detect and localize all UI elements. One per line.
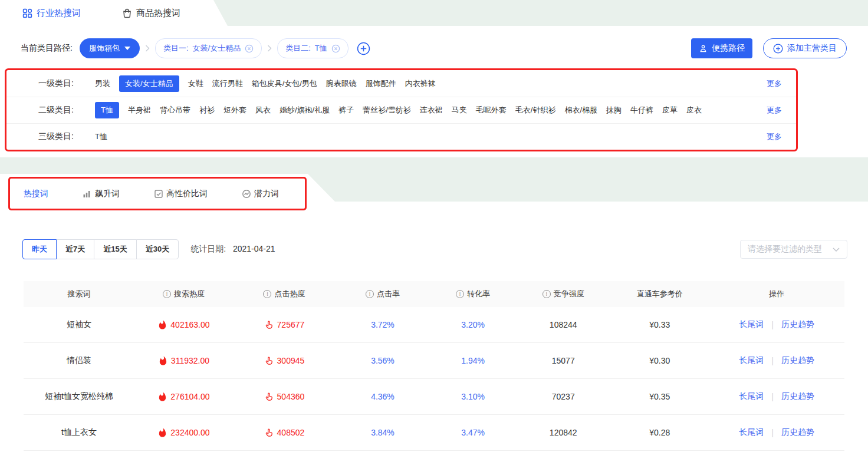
crumb-level1[interactable]: 类目一: 女装/女士精品 (155, 38, 262, 58)
tap-hand-icon (264, 428, 274, 438)
tab-rising-words[interactable]: 飙升词 (83, 189, 120, 199)
category-item[interactable]: 女鞋 (188, 78, 203, 89)
cell-click-rate: 3.72% (336, 320, 430, 329)
person-pin-icon (699, 44, 708, 53)
cell-ppc: ¥0.35 (610, 392, 709, 401)
tab-product-hot-words[interactable]: 商品热搜词 (122, 8, 180, 19)
category-item[interactable]: 毛呢外套 (476, 105, 507, 116)
cell-ppc: ¥0.28 (610, 428, 709, 437)
more-link-level3[interactable]: 更多 (767, 131, 796, 142)
date-tab-30days[interactable]: 近30天 (136, 239, 179, 259)
category-item[interactable]: 衬衫 (199, 105, 215, 116)
info-icon[interactable]: ! (366, 290, 374, 298)
category-item[interactable]: 婚纱/旗袍/礼服 (280, 105, 330, 116)
cell-click-heat: 725677 (233, 320, 336, 330)
link-separator: | (771, 320, 774, 329)
cell-search-word: t恤上衣女 (24, 427, 134, 438)
close-circle-icon[interactable] (331, 44, 340, 53)
info-icon[interactable]: ! (263, 290, 271, 298)
category-item[interactable]: 内衣裤袜 (405, 78, 436, 89)
tab-label: 潜力词 (254, 189, 279, 199)
breadcrumb-separator-icon (267, 45, 272, 52)
top-tabs: 行业热搜词 商品热搜词 (22, 0, 180, 26)
date-range-segmented-control: 昨天 近7天 近15天 近30天 (22, 239, 179, 259)
category-item[interactable]: 短外套 (223, 105, 246, 116)
crumb-level2[interactable]: 类目二: T恤 (277, 38, 348, 58)
header-click-rate: ! 点击率 (336, 289, 430, 299)
category-item[interactable]: 背心吊带 (160, 105, 190, 116)
table-row: 短袖t恤女宽松纯棉 276104.00 504360 4.36% 3.10% 7… (24, 379, 844, 415)
stat-date-label: 统计日期: (190, 244, 226, 253)
category-item[interactable]: 流行男鞋 (212, 78, 243, 89)
plus-circle-icon (773, 44, 783, 54)
root-category-label: 服饰箱包 (89, 43, 120, 54)
category-item[interactable]: 抹胸 (606, 105, 622, 116)
cell-conversion-rate: 3.10% (430, 392, 516, 401)
category-item[interactable]: 皮衣 (686, 105, 702, 116)
cell-click-heat: 408502 (233, 428, 336, 438)
date-tab-7days[interactable]: 近7天 (56, 239, 94, 259)
category-item[interactable]: 蕾丝衫/雪纺衫 (363, 105, 411, 116)
longtail-link[interactable]: 长尾词 (739, 319, 764, 330)
top-tab-bar: 行业热搜词 商品热搜词 (0, 0, 868, 26)
cell-actions: 长尾词 | 历史趋势 (709, 319, 844, 330)
category-item[interactable]: 男装 (95, 78, 110, 89)
info-icon[interactable]: ! (163, 290, 171, 298)
category-item[interactable]: 毛衣/针织衫 (515, 105, 556, 116)
cell-actions: 长尾词 | 历史趋势 (709, 355, 844, 366)
category-item[interactable]: 裤子 (338, 105, 354, 116)
row-label: 一级类目: (38, 78, 95, 89)
portable-path-label: 便携路径 (712, 43, 745, 54)
info-icon[interactable]: ! (456, 290, 464, 298)
path-actions: 便携路径 添加主营类目 (691, 38, 847, 58)
cell-competition: 120842 (516, 428, 610, 437)
history-trend-link[interactable]: 历史趋势 (781, 319, 814, 330)
category-item[interactable]: 半身裙 (128, 105, 151, 116)
link-separator: | (771, 392, 774, 401)
category-item-selected[interactable]: 女装/女士精品 (119, 75, 179, 92)
cell-search-heat: 311932.00 (134, 356, 233, 366)
category-item[interactable]: 风衣 (255, 105, 271, 116)
category-item[interactable]: 箱包皮具/女包/男包 (252, 78, 317, 89)
crumb-value: 女装/女士精品 (193, 43, 241, 54)
crumb-value: T恤 (315, 43, 327, 54)
date-tab-15days[interactable]: 近15天 (94, 239, 136, 259)
category-item[interactable]: 连衣裙 (420, 105, 443, 116)
category-item[interactable]: 服饰配件 (366, 78, 396, 89)
tab-cost-effective-words[interactable]: 高性价比词 (154, 189, 208, 199)
cell-click-heat: 300945 (233, 356, 336, 366)
category-item[interactable]: 牛仔裤 (630, 105, 653, 116)
root-category-dropdown[interactable]: 服饰箱包 (80, 38, 140, 58)
cell-search-word: 短袖女 (24, 319, 134, 330)
cell-search-heat: 276104.00 (134, 392, 233, 402)
tab-industry-hot-words[interactable]: 行业热搜词 (22, 8, 81, 19)
category-items: T恤 (95, 131, 107, 142)
crumb-prefix: 类目二: (285, 43, 311, 54)
longtail-link[interactable]: 长尾词 (739, 391, 764, 402)
history-trend-link[interactable]: 历史趋势 (781, 427, 814, 438)
more-link-level2[interactable]: 更多 (767, 105, 796, 116)
category-item[interactable]: T恤 (95, 131, 107, 142)
type-filter-select[interactable]: 请选择要过滤的类型 (740, 240, 847, 259)
info-icon[interactable]: ! (542, 290, 551, 298)
header-label: 转化率 (467, 289, 490, 299)
type-filter-placeholder: 请选择要过滤的类型 (748, 244, 822, 255)
category-item[interactable]: 马夹 (452, 105, 467, 116)
history-trend-link[interactable]: 历史趋势 (781, 391, 814, 402)
category-item-selected[interactable]: T恤 (95, 102, 119, 118)
more-link-level1[interactable]: 更多 (767, 78, 796, 89)
history-trend-link[interactable]: 历史趋势 (781, 355, 814, 366)
category-items: 男装 女装/女士精品 女鞋 流行男鞋 箱包皮具/女包/男包 腕表眼镜 服饰配件 … (95, 75, 436, 92)
tab-potential-words[interactable]: 潜力词 (242, 189, 279, 199)
date-tab-yesterday[interactable]: 昨天 (22, 239, 57, 259)
portable-path-button[interactable]: 便携路径 (691, 38, 752, 58)
longtail-link[interactable]: 长尾词 (739, 427, 764, 438)
close-circle-icon[interactable] (245, 44, 254, 53)
add-main-category-button[interactable]: 添加主营类目 (763, 38, 847, 58)
tab-hot-search-words[interactable]: 热搜词 (24, 189, 48, 199)
longtail-link[interactable]: 长尾词 (739, 355, 764, 366)
category-item[interactable]: 皮草 (662, 105, 678, 116)
category-item[interactable]: 棉衣/棉服 (564, 105, 597, 116)
category-item[interactable]: 腕表眼镜 (326, 78, 357, 89)
add-category-icon[interactable] (357, 42, 370, 55)
